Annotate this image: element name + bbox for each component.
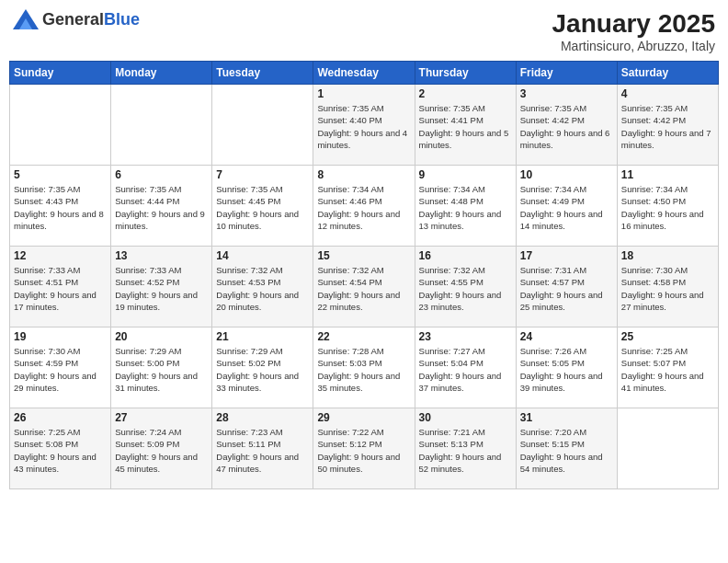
- day-number: 10: [520, 168, 613, 181]
- table-row: 20 Sunrise: 7:29 AM Sunset: 5:00 PM Dayl…: [111, 327, 212, 408]
- table-row: 27 Sunrise: 7:24 AM Sunset: 5:09 PM Dayl…: [111, 408, 212, 489]
- daylight-text: Daylight: 9 hours and 20 minutes.: [216, 290, 299, 312]
- cell-info: Sunrise: 7:35 AM Sunset: 4:40 PM Dayligh…: [317, 102, 410, 151]
- sunset-text: Sunset: 4:55 PM: [419, 277, 483, 287]
- cell-info: Sunrise: 7:22 AM Sunset: 5:12 PM Dayligh…: [317, 426, 410, 475]
- logo-text-general: General: [42, 10, 104, 29]
- sunset-text: Sunset: 4:43 PM: [14, 196, 78, 206]
- day-number: 22: [317, 330, 410, 343]
- day-number: 28: [216, 411, 309, 424]
- sunrise-text: Sunrise: 7:34 AM: [419, 184, 485, 194]
- sunrise-text: Sunrise: 7:35 AM: [317, 103, 383, 113]
- day-number: 29: [317, 411, 410, 424]
- table-row: 13 Sunrise: 7:33 AM Sunset: 4:52 PM Dayl…: [111, 247, 212, 327]
- sunset-text: Sunset: 4:51 PM: [14, 277, 78, 287]
- cell-info: Sunrise: 7:29 AM Sunset: 5:02 PM Dayligh…: [216, 345, 309, 394]
- cell-info: Sunrise: 7:34 AM Sunset: 4:48 PM Dayligh…: [419, 183, 512, 232]
- day-number: 30: [419, 411, 512, 424]
- table-row: 23 Sunrise: 7:27 AM Sunset: 5:04 PM Dayl…: [415, 327, 516, 408]
- table-row: 31 Sunrise: 7:20 AM Sunset: 5:15 PM Dayl…: [516, 408, 617, 489]
- sunset-text: Sunset: 4:57 PM: [520, 277, 585, 287]
- sunrise-text: Sunrise: 7:32 AM: [317, 265, 383, 275]
- cell-info: Sunrise: 7:24 AM Sunset: 5:09 PM Dayligh…: [115, 426, 208, 475]
- cell-info: Sunrise: 7:26 AM Sunset: 5:05 PM Dayligh…: [520, 345, 613, 394]
- day-number: 26: [14, 411, 107, 424]
- day-number: 2: [419, 87, 512, 100]
- daylight-text: Daylight: 9 hours and 35 minutes.: [317, 371, 400, 393]
- daylight-text: Daylight: 9 hours and 22 minutes.: [317, 290, 400, 312]
- daylight-text: Daylight: 9 hours and 31 minutes.: [115, 371, 198, 393]
- sunset-text: Sunset: 4:45 PM: [216, 196, 280, 206]
- sunrise-text: Sunrise: 7:26 AM: [520, 346, 586, 356]
- cell-info: Sunrise: 7:35 AM Sunset: 4:42 PM Dayligh…: [520, 102, 613, 151]
- sunrise-text: Sunrise: 7:34 AM: [520, 184, 586, 194]
- day-number: 17: [520, 249, 613, 262]
- cell-info: Sunrise: 7:35 AM Sunset: 4:45 PM Dayligh…: [216, 183, 309, 232]
- day-number: 20: [115, 330, 208, 343]
- table-row: 4 Sunrise: 7:35 AM Sunset: 4:42 PM Dayli…: [617, 85, 718, 166]
- sunset-text: Sunset: 5:13 PM: [419, 439, 483, 449]
- header-saturday: Saturday: [617, 62, 718, 85]
- day-number: 4: [621, 87, 714, 100]
- table-row: 28 Sunrise: 7:23 AM Sunset: 5:11 PM Dayl…: [212, 408, 313, 489]
- daylight-text: Daylight: 9 hours and 41 minutes.: [621, 371, 704, 393]
- daylight-text: Daylight: 9 hours and 43 minutes.: [14, 452, 97, 474]
- sunrise-text: Sunrise: 7:24 AM: [115, 427, 181, 437]
- sunset-text: Sunset: 4:42 PM: [520, 115, 585, 125]
- cell-info: Sunrise: 7:30 AM Sunset: 4:58 PM Dayligh…: [621, 264, 714, 313]
- sunrise-text: Sunrise: 7:25 AM: [621, 346, 688, 356]
- daylight-text: Daylight: 9 hours and 39 minutes.: [520, 371, 603, 393]
- table-row: [10, 85, 111, 166]
- table-row: 1 Sunrise: 7:35 AM Sunset: 4:40 PM Dayli…: [313, 85, 415, 166]
- cell-info: Sunrise: 7:32 AM Sunset: 4:55 PM Dayligh…: [419, 264, 512, 313]
- table-row: 8 Sunrise: 7:34 AM Sunset: 4:46 PM Dayli…: [313, 166, 415, 247]
- table-row: 12 Sunrise: 7:33 AM Sunset: 4:51 PM Dayl…: [10, 247, 111, 327]
- daylight-text: Daylight: 9 hours and 25 minutes.: [520, 290, 603, 312]
- cell-info: Sunrise: 7:30 AM Sunset: 4:59 PM Dayligh…: [14, 345, 107, 394]
- day-number: 8: [317, 168, 410, 181]
- sunrise-text: Sunrise: 7:32 AM: [216, 265, 282, 275]
- header-tuesday: Tuesday: [212, 62, 313, 85]
- sunrise-text: Sunrise: 7:30 AM: [621, 265, 688, 275]
- header-friday: Friday: [516, 62, 617, 85]
- cell-info: Sunrise: 7:29 AM Sunset: 5:00 PM Dayligh…: [115, 345, 208, 394]
- daylight-text: Daylight: 9 hours and 29 minutes.: [14, 371, 97, 393]
- cell-info: Sunrise: 7:35 AM Sunset: 4:44 PM Dayligh…: [115, 183, 208, 232]
- cell-info: Sunrise: 7:35 AM Sunset: 4:42 PM Dayligh…: [621, 102, 714, 151]
- sunrise-text: Sunrise: 7:25 AM: [14, 427, 80, 437]
- sunset-text: Sunset: 5:11 PM: [216, 439, 280, 449]
- sunset-text: Sunset: 4:49 PM: [520, 196, 585, 206]
- table-row: 24 Sunrise: 7:26 AM Sunset: 5:05 PM Dayl…: [516, 327, 617, 408]
- table-row: 6 Sunrise: 7:35 AM Sunset: 4:44 PM Dayli…: [111, 166, 212, 247]
- day-number: 9: [419, 168, 512, 181]
- table-row: 25 Sunrise: 7:25 AM Sunset: 5:07 PM Dayl…: [617, 327, 718, 408]
- daylight-text: Daylight: 9 hours and 6 minutes.: [520, 128, 610, 150]
- cell-info: Sunrise: 7:34 AM Sunset: 4:49 PM Dayligh…: [520, 183, 613, 232]
- sunrise-text: Sunrise: 7:35 AM: [419, 103, 485, 113]
- cell-info: Sunrise: 7:32 AM Sunset: 4:54 PM Dayligh…: [317, 264, 410, 313]
- daylight-text: Daylight: 9 hours and 4 minutes.: [317, 128, 407, 150]
- calendar-table: Sunday Monday Tuesday Wednesday Thursday…: [9, 61, 719, 489]
- sunset-text: Sunset: 5:03 PM: [317, 358, 381, 368]
- cell-info: Sunrise: 7:34 AM Sunset: 4:50 PM Dayligh…: [621, 183, 714, 232]
- sunset-text: Sunset: 5:05 PM: [520, 358, 585, 368]
- day-number: 21: [216, 330, 309, 343]
- daylight-text: Daylight: 9 hours and 7 minutes.: [621, 128, 711, 150]
- cell-info: Sunrise: 7:27 AM Sunset: 5:04 PM Dayligh…: [419, 345, 512, 394]
- day-number: 13: [115, 249, 208, 262]
- table-row: [617, 408, 718, 489]
- cell-info: Sunrise: 7:23 AM Sunset: 5:11 PM Dayligh…: [216, 426, 309, 475]
- sunset-text: Sunset: 4:41 PM: [419, 115, 483, 125]
- daylight-text: Daylight: 9 hours and 13 minutes.: [419, 209, 502, 231]
- sunrise-text: Sunrise: 7:35 AM: [621, 103, 688, 113]
- calendar-week-row: 26 Sunrise: 7:25 AM Sunset: 5:08 PM Dayl…: [10, 408, 719, 489]
- daylight-text: Daylight: 9 hours and 54 minutes.: [520, 452, 603, 474]
- daylight-text: Daylight: 9 hours and 16 minutes.: [621, 209, 704, 231]
- sunset-text: Sunset: 4:42 PM: [621, 115, 686, 125]
- table-row: 10 Sunrise: 7:34 AM Sunset: 4:49 PM Dayl…: [516, 166, 617, 247]
- table-row: 30 Sunrise: 7:21 AM Sunset: 5:13 PM Dayl…: [415, 408, 516, 489]
- cell-info: Sunrise: 7:20 AM Sunset: 5:15 PM Dayligh…: [520, 426, 613, 475]
- daylight-text: Daylight: 9 hours and 45 minutes.: [115, 452, 198, 474]
- table-row: 18 Sunrise: 7:30 AM Sunset: 4:58 PM Dayl…: [617, 247, 718, 327]
- header-thursday: Thursday: [415, 62, 516, 85]
